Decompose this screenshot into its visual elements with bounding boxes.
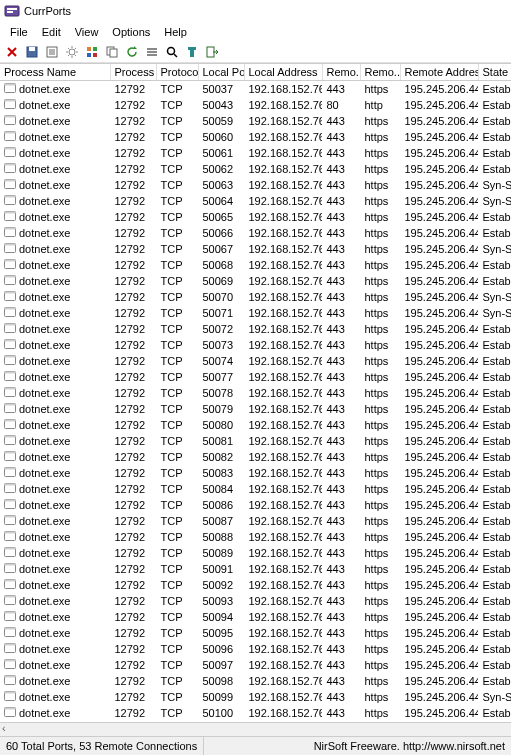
- table-row[interactable]: dotnet.exe12792TCP50073192.168.152.76443…: [0, 337, 511, 353]
- table-row[interactable]: dotnet.exe12792TCP50061192.168.152.76443…: [0, 145, 511, 161]
- svg-rect-83: [5, 548, 16, 550]
- table-row[interactable]: dotnet.exe12792TCP50088192.168.152.76443…: [0, 529, 511, 545]
- table-row[interactable]: dotnet.exe12792TCP50096192.168.152.76443…: [0, 641, 511, 657]
- table-row[interactable]: dotnet.exe12792TCP50071192.168.152.76443…: [0, 305, 511, 321]
- col-process-name[interactable]: Process Name: [0, 64, 110, 81]
- table-row[interactable]: dotnet.exe12792TCP50081192.168.152.76443…: [0, 433, 511, 449]
- connections-table: Process Name Process ID Protocol Local P…: [0, 64, 511, 750]
- cell-process-name: dotnet.exe: [19, 611, 70, 623]
- table-row[interactable]: dotnet.exe12792TCP50065192.168.152.76443…: [0, 209, 511, 225]
- table-row[interactable]: dotnet.exe12792TCP50089192.168.152.76443…: [0, 545, 511, 561]
- cell-state: Established: [478, 225, 511, 241]
- cell-remote-service: https: [360, 705, 400, 721]
- table-row[interactable]: dotnet.exe12792TCP50043192.168.152.7680h…: [0, 97, 511, 113]
- table-row[interactable]: dotnet.exe12792TCP50066192.168.152.76443…: [0, 225, 511, 241]
- table-row[interactable]: dotnet.exe12792TCP50083192.168.152.76443…: [0, 465, 511, 481]
- table-row[interactable]: dotnet.exe12792TCP50099192.168.152.76443…: [0, 689, 511, 705]
- table-row[interactable]: dotnet.exe12792TCP50093192.168.152.76443…: [0, 593, 511, 609]
- table-row[interactable]: dotnet.exe12792TCP50074192.168.152.76443…: [0, 353, 511, 369]
- cell-process-name: dotnet.exe: [19, 387, 70, 399]
- col-process-id[interactable]: Process ID: [110, 64, 156, 81]
- table-row[interactable]: dotnet.exe12792TCP50064192.168.152.76443…: [0, 193, 511, 209]
- cell-state: Established: [478, 705, 511, 721]
- filter-icon[interactable]: [184, 44, 200, 60]
- cell-local-address: 192.168.152.76: [244, 577, 322, 593]
- col-local-port[interactable]: Local Port: [198, 64, 244, 81]
- svg-rect-31: [5, 132, 16, 134]
- table-row[interactable]: dotnet.exe12792TCP50092192.168.152.76443…: [0, 577, 511, 593]
- cell-remote-port: 443: [322, 193, 360, 209]
- cell-remote-service: https: [360, 465, 400, 481]
- cell-remote-port: 443: [322, 289, 360, 305]
- cell-process-name: dotnet.exe: [19, 627, 70, 639]
- svg-rect-67: [5, 420, 16, 422]
- table-row[interactable]: dotnet.exe12792TCP50082192.168.152.76443…: [0, 449, 511, 465]
- process-icon: [4, 338, 16, 352]
- cell-local-address: 192.168.152.76: [244, 129, 322, 145]
- col-local-address[interactable]: Local Address: [244, 64, 322, 81]
- table-row[interactable]: dotnet.exe12792TCP50098192.168.152.76443…: [0, 673, 511, 689]
- menu-edit[interactable]: Edit: [36, 24, 67, 40]
- cell-remote-service: https: [360, 353, 400, 369]
- col-remote-port[interactable]: Remo...: [322, 64, 360, 81]
- process-icon[interactable]: [84, 44, 100, 60]
- table-row[interactable]: dotnet.exe12792TCP50060192.168.152.76443…: [0, 129, 511, 145]
- table-row[interactable]: dotnet.exe12792TCP50069192.168.152.76443…: [0, 273, 511, 289]
- table-row[interactable]: dotnet.exe12792TCP50062192.168.152.76443…: [0, 161, 511, 177]
- cell-state: Established: [478, 113, 511, 129]
- cell-remote-port: 443: [322, 673, 360, 689]
- cell-process-name: dotnet.exe: [19, 227, 70, 239]
- col-state[interactable]: State: [478, 64, 511, 81]
- refresh-icon[interactable]: [124, 44, 140, 60]
- table-row[interactable]: dotnet.exe12792TCP50067192.168.152.76443…: [0, 241, 511, 257]
- table-row[interactable]: dotnet.exe12792TCP50091192.168.152.76443…: [0, 561, 511, 577]
- horizontal-scrollbar[interactable]: [0, 722, 511, 737]
- col-protocol[interactable]: Protocol: [156, 64, 198, 81]
- table-row[interactable]: dotnet.exe12792TCP50079192.168.152.76443…: [0, 401, 511, 417]
- table-row[interactable]: dotnet.exe12792TCP50084192.168.152.76443…: [0, 481, 511, 497]
- menu-file[interactable]: File: [4, 24, 34, 40]
- menu-options[interactable]: Options: [106, 24, 156, 40]
- cell-remote-service: https: [360, 305, 400, 321]
- cell-remote-port: 443: [322, 641, 360, 657]
- svg-rect-12: [87, 53, 91, 57]
- col-remote-address[interactable]: Remote Address: [400, 64, 478, 81]
- table-row[interactable]: dotnet.exe12792TCP50070192.168.152.76443…: [0, 289, 511, 305]
- svg-rect-63: [5, 388, 16, 390]
- table-row[interactable]: dotnet.exe12792TCP50037192.168.152.76443…: [0, 81, 511, 98]
- find-icon[interactable]: [164, 44, 180, 60]
- table-row[interactable]: dotnet.exe12792TCP50097192.168.152.76443…: [0, 657, 511, 673]
- col-remote-service[interactable]: Remo...: [360, 64, 400, 81]
- cell-local-port: 50066: [198, 225, 244, 241]
- cell-remote-port: 443: [322, 705, 360, 721]
- close-connection-icon[interactable]: [4, 44, 20, 60]
- menu-help[interactable]: Help: [158, 24, 193, 40]
- table-row[interactable]: dotnet.exe12792TCP50059192.168.152.76443…: [0, 113, 511, 129]
- cell-local-address: 192.168.152.76: [244, 417, 322, 433]
- table-row[interactable]: dotnet.exe12792TCP50095192.168.152.76443…: [0, 625, 511, 641]
- table-row[interactable]: dotnet.exe12792TCP50080192.168.152.76443…: [0, 417, 511, 433]
- cell-protocol: TCP: [156, 369, 198, 385]
- table-row[interactable]: dotnet.exe12792TCP50087192.168.152.76443…: [0, 513, 511, 529]
- table-row[interactable]: dotnet.exe12792TCP50063192.168.152.76443…: [0, 177, 511, 193]
- menu-view[interactable]: View: [69, 24, 105, 40]
- connections-table-wrap[interactable]: Process Name Process ID Protocol Local P…: [0, 63, 511, 750]
- exit-icon[interactable]: [204, 44, 220, 60]
- table-row[interactable]: dotnet.exe12792TCP50086192.168.152.76443…: [0, 497, 511, 513]
- table-row[interactable]: dotnet.exe12792TCP50094192.168.152.76443…: [0, 609, 511, 625]
- table-row[interactable]: dotnet.exe12792TCP50077192.168.152.76443…: [0, 369, 511, 385]
- table-row[interactable]: dotnet.exe12792TCP50068192.168.152.76443…: [0, 257, 511, 273]
- copy-icon[interactable]: [104, 44, 120, 60]
- save-icon[interactable]: [24, 44, 40, 60]
- cell-local-address: 192.168.152.76: [244, 273, 322, 289]
- cell-process-name: dotnet.exe: [19, 243, 70, 255]
- table-row[interactable]: dotnet.exe12792TCP50100192.168.152.76443…: [0, 705, 511, 721]
- svg-rect-95: [5, 644, 16, 646]
- settings-icon[interactable]: [64, 44, 80, 60]
- properties-icon[interactable]: [44, 44, 60, 60]
- table-row[interactable]: dotnet.exe12792TCP50072192.168.152.76443…: [0, 321, 511, 337]
- options-icon[interactable]: [144, 44, 160, 60]
- cell-local-port: 50084: [198, 481, 244, 497]
- table-row[interactable]: dotnet.exe12792TCP50078192.168.152.76443…: [0, 385, 511, 401]
- cell-protocol: TCP: [156, 705, 198, 721]
